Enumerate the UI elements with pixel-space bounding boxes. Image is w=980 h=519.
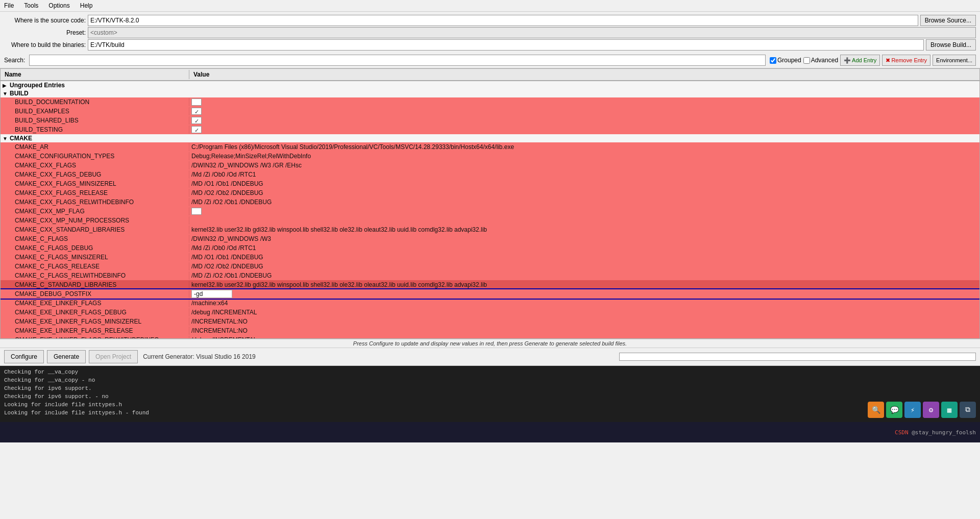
source-input[interactable] [88,15,918,26]
grouped-label: Grouped [777,57,801,64]
row-build-examples[interactable]: BUILD_EXAMPLES [1,107,979,116]
log-overlay-icons: 🔍 💬 ⚡ ⚙ ▦ ⧉ [868,402,976,418]
row-cmake-cxx-flags-relwithdebinfo[interactable]: CMAKE_CXX_FLAGS_RELWITHDEBINFO /MD /Zi /… [1,197,979,207]
icon-app[interactable]: ⚡ [904,402,921,418]
log-line-2: Checking for __va_copy - no [4,376,976,384]
menu-tools[interactable]: Tools [22,1,40,10]
toolbar-right: Grouped Advanced ➕ Add Entry ✖ Remove En… [770,55,976,66]
row-cmake-c-standard-libs[interactable]: CMAKE_C_STANDARD_LIBRARIES kernel32.lib … [1,280,979,289]
value-cmake-debug-postfix[interactable]: -gd [189,289,979,299]
row-cmake-exe-linker-flags[interactable]: CMAKE_EXE_LINKER_FLAGS /machine:x64 [1,299,979,308]
group-cmake[interactable]: ▼ CMAKE [1,134,979,142]
icon-chat[interactable]: 💬 [886,402,902,418]
value-cmake-exe-linker-flags-minsizerel: /INCREMENTAL:NO [189,317,979,326]
generate-button[interactable]: Generate [47,350,86,363]
row-cmake-exe-linker-flags-debug[interactable]: CMAKE_EXE_LINKER_FLAGS_DEBUG /debug /INC… [1,308,979,317]
taskbar-brand: CSDN [895,429,909,436]
value-cmake-c-flags: /DWIN32 /D_WINDOWS /W3 [189,235,979,243]
value-cmake-cxx-mp-flag[interactable] [189,207,979,216]
configure-button[interactable]: Configure [4,350,44,363]
row-cmake-exe-linker-flags-release[interactable]: CMAKE_EXE_LINKER_FLAGS_RELEASE /INCREMEN… [1,326,979,335]
advanced-checkbox[interactable] [803,57,810,64]
checkbox-build-shared-libs[interactable] [191,117,202,124]
icon-search[interactable]: 🔍 [868,402,884,418]
name-cmake-c-flags: CMAKE_C_FLAGS [1,235,189,243]
value-build-testing[interactable] [189,126,979,134]
log-area[interactable]: Checking for __va_copy Checking for __va… [0,366,980,422]
grouped-checkbox-label[interactable]: Grouped [770,57,801,64]
add-entry-button[interactable]: ➕ Add Entry [840,55,880,66]
advanced-checkbox-label[interactable]: Advanced [803,57,838,64]
icon-settings2[interactable]: ⚙ [923,402,939,418]
row-cmake-cxx-flags[interactable]: CMAKE_CXX_FLAGS /DWIN32 /D_WINDOWS /W3 /… [1,161,979,170]
row-build-shared-libs[interactable]: BUILD_SHARED_LIBS [1,116,979,125]
row-cmake-cxx-mp-num[interactable]: CMAKE_CXX_MP_NUM_PROCESSORS [1,216,979,225]
value-build-documentation[interactable] [189,98,979,107]
log-line-3: Checking for ipv6 support. [4,384,976,392]
preset-input[interactable] [88,27,976,38]
group-name-cmake: CMAKE [10,135,32,142]
preset-row: Preset: [4,27,976,38]
checkbox-build-testing[interactable] [191,126,202,133]
checkbox-cmake-cxx-mp-flag[interactable] [191,208,202,215]
row-cmake-exe-linker-flags-minsizerel[interactable]: CMAKE_EXE_LINKER_FLAGS_MINSIZEREL /INCRE… [1,317,979,326]
name-build-examples: BUILD_EXAMPLES [1,107,189,115]
menu-file[interactable]: File [2,1,16,10]
row-cmake-cxx-standard-libs[interactable]: CMAKE_CXX_STANDARD_LIBRARIES kernel32.li… [1,225,979,234]
build-row: Where to build the binaries: Browse Buil… [4,39,976,51]
value-cmake-c-flags-release: /MD /O2 /Ob2 /DNDEBUG [189,262,979,270]
checkbox-build-documentation[interactable] [191,98,202,106]
search-input[interactable] [29,55,766,66]
name-cmake-cxx-flags-debug: CMAKE_CXX_FLAGS_DEBUG [1,170,189,179]
group-build[interactable]: ▼ BUILD [1,89,979,97]
name-cmake-exe-linker-flags-minsizerel: CMAKE_EXE_LINKER_FLAGS_MINSIZEREL [1,317,189,326]
row-cmake-c-flags-relwithdebinfo[interactable]: CMAKE_C_FLAGS_RELWITHDEBINFO /MD /Zi /O2… [1,271,979,280]
icon-copy[interactable]: ⧉ [960,402,976,418]
row-cmake-c-flags-release[interactable]: CMAKE_C_FLAGS_RELEASE /MD /O2 /Ob2 /DNDE… [1,262,979,271]
browse-source-button[interactable]: Browse Source... [920,15,976,26]
value-build-examples[interactable] [189,107,979,116]
browse-build-button[interactable]: Browse Build... [926,39,976,51]
status-message: Press Configure to update and display ne… [353,340,627,347]
name-cmake-cxx-mp-flag: CMAKE_CXX_MP_FLAG [1,207,189,215]
value-cmake-c-flags-relwithdebinfo: /MD /Zi /O2 /Ob1 /DNDEBUG [189,271,979,280]
open-project-button[interactable]: Open Project [89,350,138,363]
menu-help[interactable]: Help [78,1,95,10]
row-cmake-cxx-mp-flag[interactable]: CMAKE_CXX_MP_FLAG [1,207,979,216]
row-build-documentation[interactable]: BUILD_DOCUMENTATION [1,97,979,107]
group-ungrouped[interactable]: ▶ Ungrouped Entries [1,81,979,89]
value-cmake-exe-linker-flags-release: /INCREMENTAL:NO [189,327,979,335]
icon-grid[interactable]: ▦ [941,402,958,418]
taskbar-handle: @stay_hungry_foolsh [912,429,976,436]
row-cmake-c-flags[interactable]: CMAKE_C_FLAGS /DWIN32 /D_WINDOWS /W3 [1,234,979,243]
row-cmake-cxx-flags-debug[interactable]: CMAKE_CXX_FLAGS_DEBUG /Md /Zi /Ob0 /Od /… [1,170,979,179]
menu-options[interactable]: Options [46,1,71,10]
main-table-area: Name Value ▶ Ungrouped Entries ▼ BUILD B… [0,68,980,339]
name-cmake-cxx-flags: CMAKE_CXX_FLAGS [1,161,189,169]
row-cmake-ar[interactable]: CMAKE_AR C:/Program Files (x86)/Microsof… [1,142,979,152]
value-build-shared-libs[interactable] [189,116,979,125]
table-header: Name Value [1,69,979,81]
group-name-build: BUILD [10,90,29,97]
row-cmake-debug-postfix[interactable]: CMAKE_DEBUG_POSTFIX -gd [1,289,979,299]
row-cmake-configuration-types[interactable]: CMAKE_CONFIGURATION_TYPES Debug;Release;… [1,152,979,161]
environment-button[interactable]: Environment... [933,55,976,66]
value-cmake-cxx-standard-libs: kernel32.lib user32.lib gdi32.lib winspo… [189,226,979,234]
value-cmake-exe-linker-flags-relwithdebinfo: /debug /INCREMENTAL [189,336,979,338]
build-input[interactable] [88,39,924,51]
value-cmake-exe-linker-flags: /machine:x64 [189,299,979,307]
checkbox-build-examples[interactable] [191,108,202,115]
row-cmake-cxx-flags-minsizerel[interactable]: CMAKE_CXX_FLAGS_MINSIZEREL /MD /O1 /Ob1 … [1,179,979,188]
col-value-header: Value [189,70,979,79]
remove-entry-button[interactable]: ✖ Remove Entry [882,55,930,66]
value-cmake-c-standard-libs: kernel32.lib user32.lib gdi32.lib winspo… [189,281,979,289]
row-cmake-exe-linker-flags-relwithdebinfo[interactable]: CMAKE_EXE_LINKER_FLAGS_RELWITHDEBINFO /d… [1,335,979,338]
col-name-header: Name [1,70,189,79]
table-body[interactable]: ▶ Ungrouped Entries ▼ BUILD BUILD_DOCUME… [1,81,979,338]
row-cmake-c-flags-minsizerel[interactable]: CMAKE_C_FLAGS_MINSIZEREL /MD /O1 /Ob1 /D… [1,253,979,262]
row-cmake-c-flags-debug[interactable]: CMAKE_C_FLAGS_DEBUG /Md /Zi /Ob0 /Od /RT… [1,243,979,253]
row-cmake-cxx-flags-release[interactable]: CMAKE_CXX_FLAGS_RELEASE /MD /O2 /Ob2 /DN… [1,188,979,197]
row-build-testing[interactable]: BUILD_TESTING [1,125,979,134]
grouped-checkbox[interactable] [770,57,776,64]
taskbar: CSDN @stay_hungry_foolsh [0,422,980,442]
